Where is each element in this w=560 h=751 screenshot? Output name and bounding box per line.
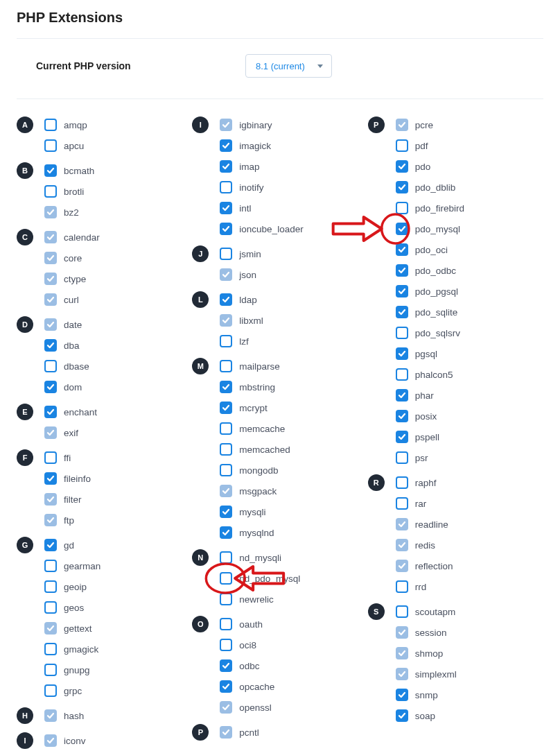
extension-filter[interactable]: filter [44,489,91,510]
extension-checkbox[interactable] [396,139,408,152]
extension-checkbox[interactable] [396,410,408,422]
extension-checkbox[interactable] [220,402,232,414]
extension-checkbox[interactable] [220,223,232,235]
extension-mysqlnd[interactable]: mysqlnd [220,522,290,543]
extension-pcntl[interactable]: pcntl [220,722,259,743]
extension-ftp[interactable]: ftp [44,510,91,530]
extension-checkbox[interactable] [220,160,232,173]
extension-checkbox[interactable] [220,335,232,347]
extension-grpc[interactable]: grpc [44,680,100,701]
extension-checkbox[interactable] [396,476,408,489]
extension-geos[interactable]: geos [44,597,100,618]
extension-scoutapm[interactable]: scoutapm [396,601,457,622]
extension-calendar[interactable]: calendar [44,227,100,248]
extension-newrelic[interactable]: newrelic [220,589,300,610]
extension-checkbox[interactable] [44,381,57,393]
extension-apcu[interactable]: apcu [44,135,87,156]
extension-checkbox[interactable] [396,181,408,193]
extension-checkbox[interactable] [396,202,408,214]
extension-checkbox[interactable] [396,243,408,256]
extension-lzf[interactable]: lzf [220,331,263,352]
extension-oauth[interactable]: oauth [220,614,274,635]
extension-checkbox[interactable] [220,618,232,630]
extension-ffi[interactable]: ffi [44,447,91,468]
extension-checkbox[interactable] [44,119,57,131]
extension-posix[interactable]: posix [396,406,464,426]
extension-checkbox[interactable] [220,381,232,393]
extension-checkbox[interactable] [220,551,232,564]
extension-amqp[interactable]: amqp [44,114,87,135]
extension-openssl[interactable]: openssl [220,697,274,718]
extension-checkbox[interactable] [396,264,408,277]
extension-checkbox[interactable] [396,689,408,701]
extension-checkbox[interactable] [396,347,408,360]
extension-checkbox[interactable] [44,580,57,593]
extension-checkbox[interactable] [220,680,232,693]
php-version-select[interactable]: 8.1 (current) [245,54,332,78]
extension-checkbox[interactable] [220,202,232,214]
extension-pdo_odbc[interactable]: pdo_odbc [396,260,464,281]
extension-checkbox[interactable] [44,185,57,198]
extension-core[interactable]: core [44,248,100,268]
extension-redis[interactable]: redis [396,535,453,555]
extension-ldap[interactable]: ldap [220,289,263,310]
extension-readline[interactable]: readline [396,514,453,535]
extension-pcre[interactable]: pcre [396,114,464,135]
extension-checkbox[interactable] [220,360,232,372]
extension-intl[interactable]: intl [220,198,303,218]
extension-checkbox[interactable] [396,223,408,235]
extension-nd_mysqli[interactable]: nd_mysqli [220,547,300,568]
extension-reflection[interactable]: reflection [396,555,453,576]
extension-pdf[interactable]: pdf [396,135,464,156]
extension-pgsql[interactable]: pgsql [396,343,464,364]
extension-ctype[interactable]: ctype [44,268,100,289]
extension-checkbox[interactable] [44,684,57,697]
extension-checkbox[interactable] [396,497,408,510]
extension-dom[interactable]: dom [44,377,89,397]
extension-checkbox[interactable] [44,339,57,352]
extension-checkbox[interactable] [396,431,408,443]
extension-checkbox[interactable] [44,139,57,152]
extension-shmop[interactable]: shmop [396,643,457,664]
extension-nd_pdo_mysql[interactable]: nd_pdo_mysql [220,568,300,589]
extension-checkbox[interactable] [44,451,57,464]
extension-gmagick[interactable]: gmagick [44,639,100,659]
extension-checkbox[interactable] [396,368,408,381]
extension-checkbox[interactable] [220,572,232,585]
extension-phar[interactable]: phar [396,385,464,406]
extension-pdo_pgsql[interactable]: pdo_pgsql [396,281,464,302]
extension-checkbox[interactable] [44,164,57,177]
extension-checkbox[interactable] [44,406,57,418]
extension-dbase[interactable]: dbase [44,356,89,377]
extension-checkbox[interactable] [220,593,232,605]
extension-exif[interactable]: exif [44,422,97,443]
extension-date[interactable]: date [44,314,89,335]
extension-pdo_oci[interactable]: pdo_oci [396,239,464,260]
extension-gettext[interactable]: gettext [44,618,100,639]
extension-pdo_dblib[interactable]: pdo_dblib [396,177,464,198]
extension-mcrypt[interactable]: mcrypt [220,397,290,418]
extension-checkbox[interactable] [220,181,232,193]
extension-rrd[interactable]: rrd [396,576,453,597]
extension-checkbox[interactable] [220,526,232,539]
extension-gd[interactable]: gd [44,535,100,555]
extension-checkbox[interactable] [396,580,408,593]
extension-checkbox[interactable] [220,506,232,518]
extension-mongodb[interactable]: mongodb [220,460,290,481]
extension-checkbox[interactable] [396,306,408,318]
extension-igbinary[interactable]: igbinary [220,114,303,135]
extension-checkbox[interactable] [220,139,232,152]
extension-odbc[interactable]: odbc [220,655,274,676]
extension-checkbox[interactable] [396,451,408,464]
extension-checkbox[interactable] [220,293,232,306]
extension-checkbox[interactable] [44,560,57,572]
extension-opcache[interactable]: opcache [220,676,274,697]
extension-checkbox[interactable] [396,709,408,722]
extension-iconv[interactable]: iconv [44,730,86,751]
extension-checkbox[interactable] [44,601,57,614]
extension-hash[interactable]: hash [44,705,84,726]
extension-pdo_sqlite[interactable]: pdo_sqlite [396,302,464,322]
extension-pdo_firebird[interactable]: pdo_firebird [396,198,464,218]
extension-brotli[interactable]: brotli [44,181,94,202]
extension-mailparse[interactable]: mailparse [220,356,290,377]
